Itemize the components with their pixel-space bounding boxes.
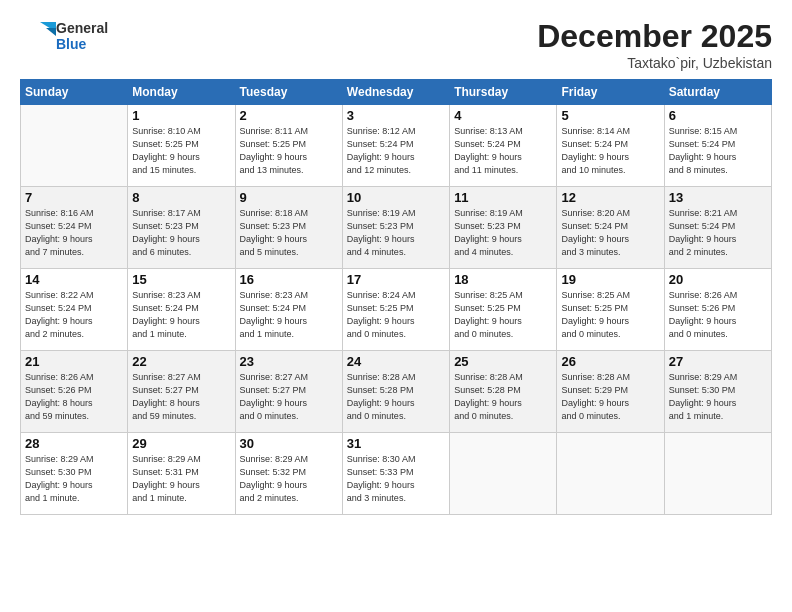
day-number: 1 (132, 108, 230, 123)
table-row (557, 433, 664, 515)
day-number: 19 (561, 272, 659, 287)
table-row: 23Sunrise: 8:27 AM Sunset: 5:27 PM Dayli… (235, 351, 342, 433)
day-info: Sunrise: 8:11 AM Sunset: 5:25 PM Dayligh… (240, 125, 338, 177)
day-number: 9 (240, 190, 338, 205)
day-info: Sunrise: 8:13 AM Sunset: 5:24 PM Dayligh… (454, 125, 552, 177)
day-number: 23 (240, 354, 338, 369)
calendar-week-row: 14Sunrise: 8:22 AM Sunset: 5:24 PM Dayli… (21, 269, 772, 351)
table-row: 20Sunrise: 8:26 AM Sunset: 5:26 PM Dayli… (664, 269, 771, 351)
table-row: 11Sunrise: 8:19 AM Sunset: 5:23 PM Dayli… (450, 187, 557, 269)
day-number: 2 (240, 108, 338, 123)
day-info: Sunrise: 8:12 AM Sunset: 5:24 PM Dayligh… (347, 125, 445, 177)
table-row: 27Sunrise: 8:29 AM Sunset: 5:30 PM Dayli… (664, 351, 771, 433)
day-number: 28 (25, 436, 123, 451)
day-info: Sunrise: 8:16 AM Sunset: 5:24 PM Dayligh… (25, 207, 123, 259)
day-info: Sunrise: 8:23 AM Sunset: 5:24 PM Dayligh… (132, 289, 230, 341)
month-title: December 2025 (537, 18, 772, 55)
table-row: 25Sunrise: 8:28 AM Sunset: 5:28 PM Dayli… (450, 351, 557, 433)
day-number: 27 (669, 354, 767, 369)
table-row: 31Sunrise: 8:30 AM Sunset: 5:33 PM Dayli… (342, 433, 449, 515)
day-info: Sunrise: 8:29 AM Sunset: 5:30 PM Dayligh… (669, 371, 767, 423)
table-row: 26Sunrise: 8:28 AM Sunset: 5:29 PM Dayli… (557, 351, 664, 433)
day-info: Sunrise: 8:22 AM Sunset: 5:24 PM Dayligh… (25, 289, 123, 341)
day-number: 6 (669, 108, 767, 123)
day-info: Sunrise: 8:24 AM Sunset: 5:25 PM Dayligh… (347, 289, 445, 341)
day-info: Sunrise: 8:21 AM Sunset: 5:24 PM Dayligh… (669, 207, 767, 259)
col-thursday: Thursday (450, 80, 557, 105)
day-info: Sunrise: 8:26 AM Sunset: 5:26 PM Dayligh… (669, 289, 767, 341)
calendar: Sunday Monday Tuesday Wednesday Thursday… (20, 79, 772, 515)
calendar-week-row: 7Sunrise: 8:16 AM Sunset: 5:24 PM Daylig… (21, 187, 772, 269)
header-row: Sunday Monday Tuesday Wednesday Thursday… (21, 80, 772, 105)
day-info: Sunrise: 8:27 AM Sunset: 5:27 PM Dayligh… (240, 371, 338, 423)
table-row: 4Sunrise: 8:13 AM Sunset: 5:24 PM Daylig… (450, 105, 557, 187)
day-number: 4 (454, 108, 552, 123)
day-number: 26 (561, 354, 659, 369)
day-number: 12 (561, 190, 659, 205)
table-row: 30Sunrise: 8:29 AM Sunset: 5:32 PM Dayli… (235, 433, 342, 515)
col-monday: Monday (128, 80, 235, 105)
day-number: 29 (132, 436, 230, 451)
day-info: Sunrise: 8:20 AM Sunset: 5:24 PM Dayligh… (561, 207, 659, 259)
day-info: Sunrise: 8:17 AM Sunset: 5:23 PM Dayligh… (132, 207, 230, 259)
day-number: 30 (240, 436, 338, 451)
day-info: Sunrise: 8:25 AM Sunset: 5:25 PM Dayligh… (454, 289, 552, 341)
table-row: 24Sunrise: 8:28 AM Sunset: 5:28 PM Dayli… (342, 351, 449, 433)
day-info: Sunrise: 8:14 AM Sunset: 5:24 PM Dayligh… (561, 125, 659, 177)
day-number: 31 (347, 436, 445, 451)
logo: General Blue (20, 18, 108, 54)
table-row (664, 433, 771, 515)
day-number: 15 (132, 272, 230, 287)
table-row: 12Sunrise: 8:20 AM Sunset: 5:24 PM Dayli… (557, 187, 664, 269)
day-info: Sunrise: 8:18 AM Sunset: 5:23 PM Dayligh… (240, 207, 338, 259)
day-number: 7 (25, 190, 123, 205)
day-info: Sunrise: 8:29 AM Sunset: 5:30 PM Dayligh… (25, 453, 123, 505)
day-number: 11 (454, 190, 552, 205)
day-info: Sunrise: 8:29 AM Sunset: 5:31 PM Dayligh… (132, 453, 230, 505)
table-row: 5Sunrise: 8:14 AM Sunset: 5:24 PM Daylig… (557, 105, 664, 187)
day-info: Sunrise: 8:25 AM Sunset: 5:25 PM Dayligh… (561, 289, 659, 341)
day-info: Sunrise: 8:26 AM Sunset: 5:26 PM Dayligh… (25, 371, 123, 423)
day-number: 10 (347, 190, 445, 205)
calendar-week-row: 28Sunrise: 8:29 AM Sunset: 5:30 PM Dayli… (21, 433, 772, 515)
table-row: 28Sunrise: 8:29 AM Sunset: 5:30 PM Dayli… (21, 433, 128, 515)
table-row: 19Sunrise: 8:25 AM Sunset: 5:25 PM Dayli… (557, 269, 664, 351)
col-wednesday: Wednesday (342, 80, 449, 105)
header: General Blue December 2025 Taxtako`pir, … (20, 18, 772, 71)
table-row: 16Sunrise: 8:23 AM Sunset: 5:24 PM Dayli… (235, 269, 342, 351)
table-row: 8Sunrise: 8:17 AM Sunset: 5:23 PM Daylig… (128, 187, 235, 269)
table-row: 7Sunrise: 8:16 AM Sunset: 5:24 PM Daylig… (21, 187, 128, 269)
table-row: 22Sunrise: 8:27 AM Sunset: 5:27 PM Dayli… (128, 351, 235, 433)
day-info: Sunrise: 8:19 AM Sunset: 5:23 PM Dayligh… (347, 207, 445, 259)
table-row: 10Sunrise: 8:19 AM Sunset: 5:23 PM Dayli… (342, 187, 449, 269)
table-row: 21Sunrise: 8:26 AM Sunset: 5:26 PM Dayli… (21, 351, 128, 433)
day-info: Sunrise: 8:28 AM Sunset: 5:29 PM Dayligh… (561, 371, 659, 423)
day-info: Sunrise: 8:19 AM Sunset: 5:23 PM Dayligh… (454, 207, 552, 259)
day-number: 24 (347, 354, 445, 369)
col-tuesday: Tuesday (235, 80, 342, 105)
day-number: 16 (240, 272, 338, 287)
day-number: 21 (25, 354, 123, 369)
table-row: 17Sunrise: 8:24 AM Sunset: 5:25 PM Dayli… (342, 269, 449, 351)
col-sunday: Sunday (21, 80, 128, 105)
day-number: 5 (561, 108, 659, 123)
table-row: 9Sunrise: 8:18 AM Sunset: 5:23 PM Daylig… (235, 187, 342, 269)
day-info: Sunrise: 8:27 AM Sunset: 5:27 PM Dayligh… (132, 371, 230, 423)
title-block: December 2025 Taxtako`pir, Uzbekistan (537, 18, 772, 71)
day-number: 22 (132, 354, 230, 369)
table-row: 1Sunrise: 8:10 AM Sunset: 5:25 PM Daylig… (128, 105, 235, 187)
table-row (450, 433, 557, 515)
day-number: 13 (669, 190, 767, 205)
table-row: 2Sunrise: 8:11 AM Sunset: 5:25 PM Daylig… (235, 105, 342, 187)
day-info: Sunrise: 8:30 AM Sunset: 5:33 PM Dayligh… (347, 453, 445, 505)
day-number: 3 (347, 108, 445, 123)
table-row: 3Sunrise: 8:12 AM Sunset: 5:24 PM Daylig… (342, 105, 449, 187)
day-number: 14 (25, 272, 123, 287)
table-row: 29Sunrise: 8:29 AM Sunset: 5:31 PM Dayli… (128, 433, 235, 515)
location: Taxtako`pir, Uzbekistan (537, 55, 772, 71)
day-info: Sunrise: 8:29 AM Sunset: 5:32 PM Dayligh… (240, 453, 338, 505)
table-row (21, 105, 128, 187)
day-number: 17 (347, 272, 445, 287)
col-friday: Friday (557, 80, 664, 105)
day-info: Sunrise: 8:28 AM Sunset: 5:28 PM Dayligh… (454, 371, 552, 423)
